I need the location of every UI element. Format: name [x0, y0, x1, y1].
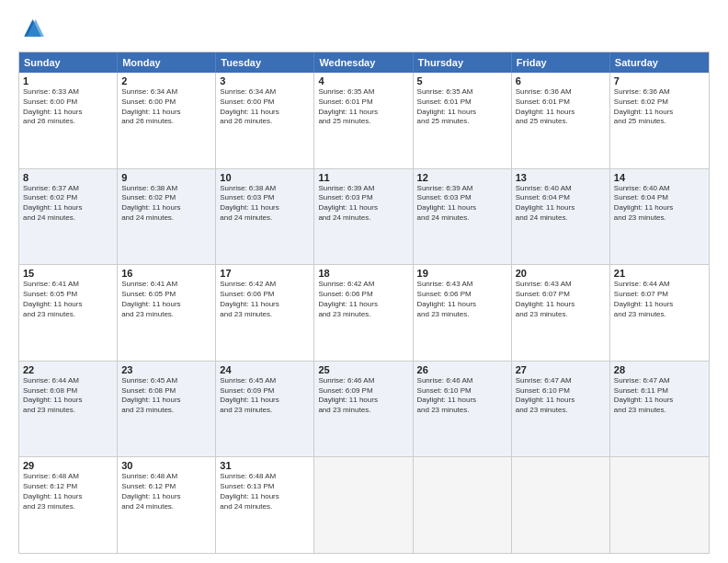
- day-cell-22: 22Sunrise: 6:44 AMSunset: 6:08 PMDayligh…: [19, 362, 118, 457]
- day-info: Sunrise: 6:43 AMSunset: 6:07 PMDaylight:…: [516, 280, 606, 319]
- day-number: 18: [318, 268, 408, 279]
- day-number: 7: [614, 75, 705, 86]
- day-info: Sunrise: 6:40 AMSunset: 6:04 PMDaylight:…: [614, 184, 705, 224]
- day-info: Sunrise: 6:48 AMSunset: 6:13 PMDaylight:…: [220, 472, 310, 511]
- day-cell-1: 1Sunrise: 6:33 AMSunset: 6:00 PMDaylight…: [19, 73, 118, 168]
- day-info: Sunrise: 6:47 AMSunset: 6:10 PMDaylight:…: [516, 376, 606, 416]
- day-info: Sunrise: 6:46 AMSunset: 6:09 PMDaylight:…: [318, 376, 408, 416]
- day-number: 30: [121, 460, 211, 471]
- calendar-week-5: 29Sunrise: 6:48 AMSunset: 6:12 PMDayligh…: [19, 456, 709, 553]
- day-number: 11: [318, 172, 408, 183]
- day-cell-23: 23Sunrise: 6:45 AMSunset: 6:08 PMDayligh…: [118, 362, 216, 457]
- day-cell-3: 3Sunrise: 6:34 AMSunset: 6:00 PMDaylight…: [216, 73, 314, 168]
- day-info: Sunrise: 6:45 AMSunset: 6:09 PMDaylight:…: [220, 376, 310, 416]
- day-number: 5: [417, 75, 507, 86]
- header: [18, 17, 710, 42]
- day-cell-13: 13Sunrise: 6:40 AMSunset: 6:04 PMDayligh…: [512, 169, 610, 265]
- day-number: 1: [23, 75, 113, 86]
- logo: [18, 17, 48, 42]
- day-info: Sunrise: 6:35 AMSunset: 6:01 PMDaylight:…: [417, 87, 507, 127]
- day-number: 13: [516, 172, 606, 183]
- day-number: 25: [318, 364, 408, 375]
- day-cell-18: 18Sunrise: 6:42 AMSunset: 6:06 PMDayligh…: [314, 265, 413, 361]
- calendar-week-1: 1Sunrise: 6:33 AMSunset: 6:00 PMDaylight…: [19, 73, 709, 168]
- day-info: Sunrise: 6:47 AMSunset: 6:11 PMDaylight:…: [614, 376, 705, 416]
- day-cell-6: 6Sunrise: 6:36 AMSunset: 6:01 PMDaylight…: [512, 73, 610, 168]
- calendar-week-3: 15Sunrise: 6:41 AMSunset: 6:05 PMDayligh…: [19, 264, 709, 361]
- empty-cell: [512, 457, 610, 553]
- day-cell-30: 30Sunrise: 6:48 AMSunset: 6:12 PMDayligh…: [118, 457, 216, 553]
- day-cell-4: 4Sunrise: 6:35 AMSunset: 6:01 PMDaylight…: [314, 73, 413, 168]
- day-cell-27: 27Sunrise: 6:47 AMSunset: 6:10 PMDayligh…: [512, 362, 610, 457]
- day-number: 20: [516, 268, 606, 279]
- day-cell-21: 21Sunrise: 6:44 AMSunset: 6:07 PMDayligh…: [610, 265, 709, 361]
- day-cell-26: 26Sunrise: 6:46 AMSunset: 6:10 PMDayligh…: [414, 362, 512, 457]
- day-number: 15: [23, 268, 113, 279]
- day-cell-25: 25Sunrise: 6:46 AMSunset: 6:09 PMDayligh…: [314, 362, 413, 457]
- day-cell-28: 28Sunrise: 6:47 AMSunset: 6:11 PMDayligh…: [610, 362, 709, 457]
- day-number: 12: [417, 172, 507, 183]
- day-cell-12: 12Sunrise: 6:39 AMSunset: 6:03 PMDayligh…: [414, 169, 512, 265]
- calendar: SundayMondayTuesdayWednesdayThursdayFrid…: [18, 52, 710, 554]
- day-cell-2: 2Sunrise: 6:34 AMSunset: 6:00 PMDaylight…: [118, 73, 216, 168]
- empty-cell: [314, 457, 413, 553]
- calendar-header: SundayMondayTuesdayWednesdayThursdayFrid…: [19, 52, 709, 73]
- day-cell-7: 7Sunrise: 6:36 AMSunset: 6:02 PMDaylight…: [610, 73, 709, 168]
- day-number: 8: [23, 172, 113, 183]
- header-day-saturday: Saturday: [610, 52, 709, 73]
- calendar-week-2: 8Sunrise: 6:37 AMSunset: 6:02 PMDaylight…: [19, 168, 709, 265]
- day-number: 24: [220, 364, 310, 375]
- day-number: 19: [417, 268, 507, 279]
- day-info: Sunrise: 6:48 AMSunset: 6:12 PMDaylight:…: [23, 472, 113, 511]
- day-info: Sunrise: 6:34 AMSunset: 6:00 PMDaylight:…: [220, 87, 310, 127]
- day-cell-20: 20Sunrise: 6:43 AMSunset: 6:07 PMDayligh…: [512, 265, 610, 361]
- header-day-tuesday: Tuesday: [216, 52, 314, 73]
- day-cell-31: 31Sunrise: 6:48 AMSunset: 6:13 PMDayligh…: [216, 457, 314, 553]
- day-info: Sunrise: 6:36 AMSunset: 6:02 PMDaylight:…: [614, 87, 705, 127]
- day-info: Sunrise: 6:38 AMSunset: 6:02 PMDaylight:…: [121, 184, 211, 224]
- day-info: Sunrise: 6:41 AMSunset: 6:05 PMDaylight:…: [121, 280, 211, 319]
- day-number: 3: [220, 75, 310, 86]
- calendar-body: 1Sunrise: 6:33 AMSunset: 6:00 PMDaylight…: [19, 73, 709, 553]
- day-cell-24: 24Sunrise: 6:45 AMSunset: 6:09 PMDayligh…: [216, 362, 314, 457]
- header-day-wednesday: Wednesday: [314, 52, 413, 73]
- day-info: Sunrise: 6:34 AMSunset: 6:00 PMDaylight:…: [121, 87, 211, 127]
- day-number: 2: [121, 75, 211, 86]
- day-info: Sunrise: 6:46 AMSunset: 6:10 PMDaylight:…: [417, 376, 507, 416]
- day-number: 22: [23, 364, 113, 375]
- day-number: 31: [220, 460, 310, 471]
- day-info: Sunrise: 6:35 AMSunset: 6:01 PMDaylight:…: [318, 87, 408, 127]
- day-info: Sunrise: 6:38 AMSunset: 6:03 PMDaylight:…: [220, 184, 310, 224]
- day-cell-29: 29Sunrise: 6:48 AMSunset: 6:12 PMDayligh…: [19, 457, 118, 553]
- day-info: Sunrise: 6:39 AMSunset: 6:03 PMDaylight:…: [417, 184, 507, 224]
- page: SundayMondayTuesdayWednesdayThursdayFrid…: [0, 0, 728, 563]
- day-number: 17: [220, 268, 310, 279]
- day-cell-19: 19Sunrise: 6:43 AMSunset: 6:06 PMDayligh…: [414, 265, 512, 361]
- header-day-friday: Friday: [512, 52, 610, 73]
- day-cell-11: 11Sunrise: 6:39 AMSunset: 6:03 PMDayligh…: [314, 169, 413, 265]
- day-cell-15: 15Sunrise: 6:41 AMSunset: 6:05 PMDayligh…: [19, 265, 118, 361]
- day-number: 10: [220, 172, 310, 183]
- day-info: Sunrise: 6:45 AMSunset: 6:08 PMDaylight:…: [121, 376, 211, 416]
- day-info: Sunrise: 6:36 AMSunset: 6:01 PMDaylight:…: [516, 87, 606, 127]
- day-info: Sunrise: 6:44 AMSunset: 6:08 PMDaylight:…: [23, 376, 113, 416]
- day-cell-17: 17Sunrise: 6:42 AMSunset: 6:06 PMDayligh…: [216, 265, 314, 361]
- day-number: 4: [318, 75, 408, 86]
- header-day-monday: Monday: [118, 52, 216, 73]
- day-info: Sunrise: 6:33 AMSunset: 6:00 PMDaylight:…: [23, 87, 113, 127]
- day-info: Sunrise: 6:40 AMSunset: 6:04 PMDaylight:…: [516, 184, 606, 224]
- day-number: 23: [121, 364, 211, 375]
- day-number: 21: [614, 268, 705, 279]
- day-number: 29: [23, 460, 113, 471]
- day-info: Sunrise: 6:37 AMSunset: 6:02 PMDaylight:…: [23, 184, 113, 224]
- day-cell-16: 16Sunrise: 6:41 AMSunset: 6:05 PMDayligh…: [118, 265, 216, 361]
- day-cell-5: 5Sunrise: 6:35 AMSunset: 6:01 PMDaylight…: [414, 73, 512, 168]
- empty-cell: [610, 457, 709, 553]
- day-info: Sunrise: 6:42 AMSunset: 6:06 PMDaylight:…: [318, 280, 408, 319]
- logo-icon: [18, 17, 44, 42]
- header-day-sunday: Sunday: [19, 52, 118, 73]
- day-cell-8: 8Sunrise: 6:37 AMSunset: 6:02 PMDaylight…: [19, 169, 118, 265]
- day-info: Sunrise: 6:43 AMSunset: 6:06 PMDaylight:…: [417, 280, 507, 319]
- day-number: 27: [516, 364, 606, 375]
- day-info: Sunrise: 6:44 AMSunset: 6:07 PMDaylight:…: [614, 280, 705, 319]
